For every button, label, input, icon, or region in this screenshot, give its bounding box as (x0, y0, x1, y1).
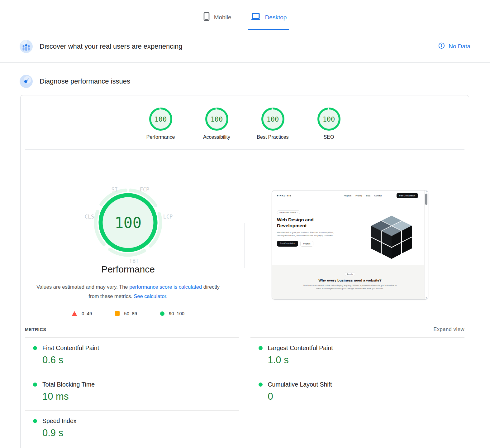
metric-name: Cumulative Layout Shift (268, 381, 332, 388)
thumbnail-hero-cta-secondary: Projects (300, 241, 314, 247)
performance-detail: 100 SI FCP CLS LCP TBT Performance Value… (21, 150, 469, 316)
best-practices-score-gauge: 100 (261, 108, 284, 131)
metric-speed-index: Speed Index 0.9 s (25, 410, 239, 447)
diagnose-section: Diagnose performance issues (0, 63, 490, 98)
scrollbar-thumb (425, 194, 427, 205)
pass-dot-icon (33, 346, 37, 350)
category-performance[interactable]: 100 Performance (142, 108, 180, 140)
metric-largest-contentful-paint: Largest Contentful Paint 1.0 s (250, 337, 465, 374)
metric-cumulative-layout-shift: Cumulative Layout Shift 0 (250, 374, 465, 410)
laptop-icon (251, 12, 261, 22)
accessibility-score-gauge: 100 (205, 108, 228, 131)
no-data-link[interactable]: No Data (438, 42, 470, 51)
thumbnail-scrollbar[interactable]: ▲ ▼ (424, 190, 428, 299)
thumbnail-hero-heading: Web Design and Development (277, 217, 336, 229)
scroll-down-icon: ▼ (425, 297, 428, 299)
metric-first-contentful-paint: First Contentful Paint 0.6 s (25, 337, 239, 374)
metric-name: Speed Index (42, 417, 77, 425)
score-disclaimer: Values are estimated and may vary. The p… (31, 282, 225, 301)
score-calc-link[interactable]: performance score is calculated (129, 284, 202, 290)
thumbnail-benefits-badge: Benefits (345, 272, 355, 276)
legend-pass-range: 90–100 (169, 311, 184, 316)
thumbnail-hero-badge: Check Latest Projects → (277, 210, 300, 214)
phone-icon (203, 12, 210, 23)
metric-value: 10 ms (42, 391, 239, 402)
thumbnail-benefits-body: Most customers search online before buyi… (303, 284, 397, 291)
gauge-label-si: SI (112, 186, 118, 193)
average-square-icon (115, 311, 120, 316)
discover-title: Discover what your real users are experi… (40, 42, 183, 51)
performance-gauge: 100 SI FCP CLS LCP TBT (81, 176, 175, 268)
legend-average: 50–89 (115, 311, 137, 316)
metrics-header: METRICS Expand view (25, 327, 464, 337)
thumbnail-site-nav: Projects Pricing Blog Contact (344, 195, 382, 197)
performance-score-gauge: 100 (149, 108, 172, 131)
seo-score: 100 (323, 115, 335, 123)
thumbnail-nav-item: Pricing (355, 195, 362, 197)
thumbnail-nav-item: Projects (344, 195, 352, 197)
pass-dot-icon (33, 383, 37, 387)
expand-view-link[interactable]: Expand view (433, 327, 464, 332)
metric-value: 0 (268, 391, 465, 402)
discover-section: Discover what your real users are experi… (0, 30, 490, 63)
see-calculator-link[interactable]: See calculator. (134, 293, 167, 299)
legend-pass: 90–100 (160, 311, 184, 316)
category-accessibility[interactable]: 100 Accessibility (198, 108, 236, 140)
gauge-label-tbt: TBT (129, 258, 139, 264)
pass-dot-icon (259, 346, 263, 350)
thumbnail-benefits-heading: Why every business need a website? (272, 278, 428, 282)
tab-desktop[interactable]: Desktop (248, 8, 289, 30)
cube-illustration (368, 209, 415, 265)
page-screenshot-thumbnail[interactable]: FINALITIE Projects Pricing Blog Contact … (272, 190, 428, 300)
speedometer-icon (20, 75, 33, 88)
gauge-label-lcp: LCP (163, 214, 173, 220)
metric-name: Largest Contentful Paint (268, 344, 333, 352)
device-tabbar: Mobile Desktop (0, 0, 490, 30)
category-scores-row: 100 Performance 100 Accessibility 100 Be… (21, 95, 469, 140)
best-practices-score: 100 (267, 115, 279, 123)
performance-score: 100 (155, 115, 167, 123)
disclaimer-text-1: Values are estimated and may vary. The (36, 284, 129, 290)
category-seo[interactable]: 100 SEO (310, 108, 348, 140)
fail-triangle-icon (72, 311, 77, 316)
metric-value: 0.6 s (42, 354, 239, 366)
pass-dot-icon (33, 419, 37, 423)
gauge-label-fcp: FCP (140, 186, 150, 193)
seo-score-gauge: 100 (317, 108, 340, 131)
seo-label: SEO (310, 134, 348, 140)
accessibility-score: 100 (211, 115, 223, 123)
thumbnail-benefits-section: Benefits Why every business need a websi… (272, 265, 428, 300)
report-card: 100 Performance 100 Accessibility 100 Be… (20, 95, 469, 448)
metrics-grid: First Contentful Paint 0.6 s Largest Con… (25, 337, 464, 447)
metric-total-blocking-time: Total Blocking Time 10 ms (25, 374, 239, 410)
thumbnail-nav-item: Contact (374, 195, 382, 197)
performance-gauge-score: 100 (115, 214, 142, 231)
thumbnail-site-logo: FINALITIE (277, 194, 292, 197)
best-practices-label: Best Practices (254, 134, 292, 140)
thumbnail-hero-copy: Check Latest Projects → Web Design and D… (277, 209, 345, 265)
tab-mobile[interactable]: Mobile (201, 8, 234, 30)
category-best-practices[interactable]: 100 Best Practices (254, 108, 292, 140)
thumbnail-site-header: FINALITIE Projects Pricing Blog Contact … (272, 190, 428, 201)
gauge-label-cls: CLS (85, 214, 94, 220)
thumbnail-hero-cta-primary: Free Consultation (277, 241, 298, 247)
thumbnail-hero-body: Websites built to grow your business. St… (277, 231, 335, 237)
thumbnail-hero: Check Latest Projects → Web Design and D… (272, 201, 428, 265)
thumbnail-hero-buttons: Free Consultation Projects (277, 241, 345, 247)
performance-label: Performance (142, 134, 180, 140)
performance-gauge-panel: 100 SI FCP CLS LCP TBT Performance Value… (21, 150, 235, 316)
metric-value: 0.9 s (42, 427, 239, 439)
metric-name: First Contentful Paint (42, 344, 99, 352)
legend-fail: 0–49 (72, 311, 92, 316)
diagnose-title: Diagnose performance issues (40, 77, 130, 85)
tab-desktop-label: Desktop (265, 14, 287, 21)
screenshot-panel: FINALITIE Projects Pricing Blog Contact … (235, 150, 469, 316)
info-icon (438, 42, 445, 51)
users-icon (20, 40, 33, 53)
metrics-heading: METRICS (25, 327, 46, 332)
thumbnail-header-cta: Free Consultation (397, 193, 418, 198)
vertical-divider (245, 223, 245, 268)
scroll-up-icon: ▲ (425, 191, 428, 193)
metric-value: 1.0 s (268, 354, 465, 366)
score-legend: 0–49 50–89 90–100 (72, 311, 184, 316)
